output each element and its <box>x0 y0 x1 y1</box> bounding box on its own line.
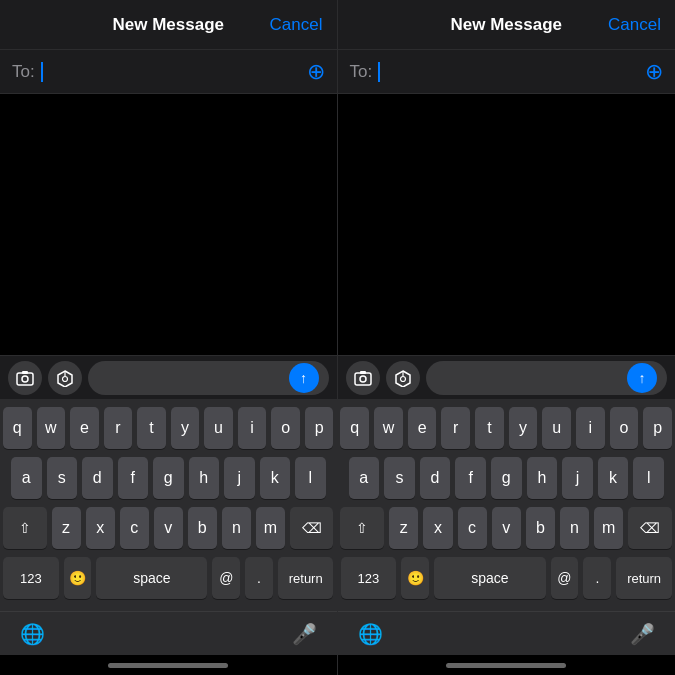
rkey-z[interactable]: z <box>389 507 418 549</box>
rkey-d[interactable]: d <box>420 457 451 499</box>
rkey-space[interactable]: space <box>434 557 545 599</box>
left-message-input[interactable]: ↑ <box>88 361 329 395</box>
key-o[interactable]: o <box>271 407 300 449</box>
rkey-m[interactable]: m <box>594 507 623 549</box>
rkey-b[interactable]: b <box>526 507 555 549</box>
rkey-p[interactable]: p <box>643 407 672 449</box>
rkey-i[interactable]: i <box>576 407 605 449</box>
key-r[interactable]: r <box>104 407 133 449</box>
rkey-y[interactable]: y <box>509 407 538 449</box>
right-nav-bar: New Message Cancel <box>338 0 676 50</box>
rkey-a[interactable]: a <box>349 457 380 499</box>
right-to-field[interactable]: To: ⊕ <box>338 50 676 94</box>
key-g[interactable]: g <box>153 457 184 499</box>
right-mic-icon[interactable]: 🎤 <box>630 622 655 646</box>
key-y[interactable]: y <box>171 407 200 449</box>
key-p[interactable]: p <box>305 407 334 449</box>
key-n[interactable]: n <box>222 507 251 549</box>
key-z[interactable]: z <box>52 507 81 549</box>
rkey-n[interactable]: n <box>560 507 589 549</box>
rkey-emoji[interactable]: 🙂 <box>401 557 429 599</box>
key-d[interactable]: d <box>82 457 113 499</box>
key-k[interactable]: k <box>260 457 291 499</box>
key-123[interactable]: 123 <box>3 557 59 599</box>
rkey-j[interactable]: j <box>562 457 593 499</box>
rkey-c[interactable]: c <box>458 507 487 549</box>
rkey-delete[interactable]: ⌫ <box>628 507 672 549</box>
key-q[interactable]: q <box>3 407 32 449</box>
key-t[interactable]: t <box>137 407 166 449</box>
left-cancel-button[interactable]: Cancel <box>270 15 323 35</box>
key-w[interactable]: w <box>37 407 66 449</box>
left-key-row-1: q w e r t y u i o p <box>3 407 334 449</box>
key-h[interactable]: h <box>189 457 220 499</box>
rkey-123[interactable]: 123 <box>341 557 397 599</box>
left-globe-icon[interactable]: 🌐 <box>20 622 45 646</box>
left-key-row-2: a s d f g h j k l <box>3 457 334 499</box>
rkey-return[interactable]: return <box>616 557 672 599</box>
rkey-f[interactable]: f <box>455 457 486 499</box>
right-add-recipient-button[interactable]: ⊕ <box>645 59 663 85</box>
key-a[interactable]: a <box>11 457 42 499</box>
left-send-button[interactable]: ↑ <box>289 363 319 393</box>
rkey-u[interactable]: u <box>542 407 571 449</box>
right-text-cursor <box>378 62 380 82</box>
right-key-row-1: q w e r t y u i o p <box>341 407 673 449</box>
key-f[interactable]: f <box>118 457 149 499</box>
key-period[interactable]: . <box>245 557 273 599</box>
key-x[interactable]: x <box>86 507 115 549</box>
rkey-r[interactable]: r <box>441 407 470 449</box>
rkey-x[interactable]: x <box>423 507 452 549</box>
key-shift[interactable]: ⇧ <box>3 507 47 549</box>
rkey-k[interactable]: k <box>598 457 629 499</box>
rkey-at[interactable]: @ <box>551 557 579 599</box>
left-bottom-toolbar: ↑ <box>0 355 337 399</box>
key-space[interactable]: space <box>96 557 207 599</box>
key-emoji[interactable]: 🙂 <box>64 557 92 599</box>
key-e[interactable]: e <box>70 407 99 449</box>
key-at[interactable]: @ <box>212 557 240 599</box>
left-to-label: To: <box>12 62 35 82</box>
rkey-w[interactable]: w <box>374 407 403 449</box>
right-message-input[interactable]: ↑ <box>426 361 668 395</box>
right-send-button[interactable]: ↑ <box>627 363 657 393</box>
key-s[interactable]: s <box>47 457 78 499</box>
left-home-bar <box>108 663 228 668</box>
right-to-label: To: <box>350 62 373 82</box>
rkey-s[interactable]: s <box>384 457 415 499</box>
rkey-period[interactable]: . <box>583 557 611 599</box>
left-add-recipient-button[interactable]: ⊕ <box>307 59 325 85</box>
right-apps-button[interactable] <box>386 361 420 395</box>
rkey-o[interactable]: o <box>610 407 639 449</box>
key-u[interactable]: u <box>204 407 233 449</box>
right-keyboard: q w e r t y u i o p a s d f g h j k l ⇧ … <box>338 399 676 611</box>
right-cancel-button[interactable]: Cancel <box>608 15 661 35</box>
key-c[interactable]: c <box>120 507 149 549</box>
left-to-field[interactable]: To: ⊕ <box>0 50 337 94</box>
key-l[interactable]: l <box>295 457 326 499</box>
svg-rect-6 <box>360 371 366 374</box>
key-delete[interactable]: ⌫ <box>290 507 334 549</box>
rkey-h[interactable]: h <box>527 457 558 499</box>
rkey-t[interactable]: t <box>475 407 504 449</box>
key-m[interactable]: m <box>256 507 285 549</box>
rkey-q[interactable]: q <box>340 407 369 449</box>
rkey-v[interactable]: v <box>492 507 521 549</box>
rkey-shift[interactable]: ⇧ <box>340 507 384 549</box>
right-key-row-2: a s d f g h j k l <box>341 457 673 499</box>
left-mic-icon[interactable]: 🎤 <box>292 622 317 646</box>
svg-rect-4 <box>355 373 371 385</box>
rkey-l[interactable]: l <box>633 457 664 499</box>
key-b[interactable]: b <box>188 507 217 549</box>
rkey-e[interactable]: e <box>408 407 437 449</box>
right-globe-icon[interactable]: 🌐 <box>358 622 383 646</box>
left-apps-button[interactable] <box>48 361 82 395</box>
left-camera-button[interactable] <box>8 361 42 395</box>
right-camera-button[interactable] <box>346 361 380 395</box>
key-j[interactable]: j <box>224 457 255 499</box>
key-i[interactable]: i <box>238 407 267 449</box>
left-key-row-4: 123 🙂 space @ . return <box>3 557 334 599</box>
key-return[interactable]: return <box>278 557 334 599</box>
rkey-g[interactable]: g <box>491 457 522 499</box>
key-v[interactable]: v <box>154 507 183 549</box>
